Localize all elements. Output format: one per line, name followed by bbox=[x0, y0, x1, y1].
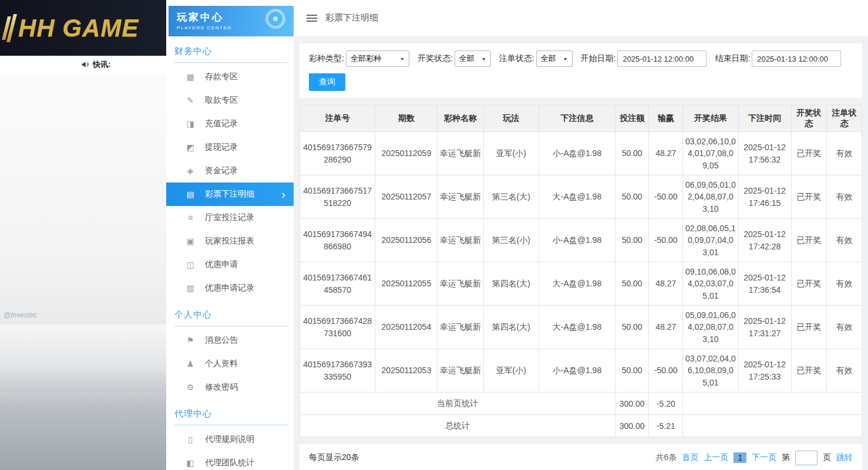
lottery-type-value: 全部彩种 bbox=[351, 53, 381, 64]
jump-button[interactable]: 跳转 bbox=[836, 452, 853, 463]
withdrawal-record-icon: ◩ bbox=[185, 143, 196, 152]
start-date-input[interactable] bbox=[617, 50, 706, 67]
cell-win-loss: 48.27 bbox=[649, 132, 683, 175]
cell-draw-status: 已开奖 bbox=[791, 175, 826, 219]
bet-row: 40156917366746145857020250112055幸运飞艇新第四名… bbox=[300, 262, 862, 306]
cell-order-no: 401569173667393335950 bbox=[300, 349, 375, 393]
sidebar-item-label: 消息公告 bbox=[205, 335, 238, 346]
cell-draw-status: 已开奖 bbox=[791, 132, 826, 175]
cell-period: 20250112055 bbox=[375, 262, 438, 306]
bet-row: 40156917366757928629020250112059幸运飞艇新亚军(… bbox=[300, 132, 862, 175]
stats-empty-cell bbox=[683, 393, 862, 415]
cell-bet-time: 2025-01-12 17:31:27 bbox=[738, 306, 791, 349]
lottery-type-select[interactable]: 全部彩种 ▼ bbox=[346, 50, 409, 67]
sidebar-item-agent-rules[interactable]: ▯代理规则说明 bbox=[166, 428, 294, 451]
sidebar-item-label: 充值记录 bbox=[205, 119, 238, 129]
cell-bet-time: 2025-01-12 17:25:33 bbox=[738, 349, 791, 393]
password-gear-icon: ⚙ bbox=[185, 383, 196, 392]
hall-bet-record-icon: ≡ bbox=[185, 213, 196, 222]
sidebar-item-promo-apply[interactable]: ◫优惠申请 bbox=[166, 253, 294, 276]
sidebar-item-player-bet-report[interactable]: ▣玩家投注报表 bbox=[166, 229, 294, 253]
col-header-bet-info: 下注信息 bbox=[539, 106, 615, 132]
sidebar-item-hall-bet-records[interactable]: ≡厅室投注记录 bbox=[166, 206, 294, 229]
cell-bet-info: 大-A盘@1.98 bbox=[539, 175, 615, 219]
current-page[interactable]: 1 bbox=[734, 452, 746, 463]
cell-order-status: 有效 bbox=[826, 262, 862, 306]
prev-page-link[interactable]: 上一页 bbox=[704, 452, 728, 463]
cell-draw-result: 02,08,06,05,10,09,07,04,03,01 bbox=[683, 219, 738, 262]
cell-lottery-name: 幸运飞艇新 bbox=[438, 306, 483, 349]
cell-lottery-name: 幸运飞艇新 bbox=[438, 175, 483, 219]
end-date-label: 结束日期: bbox=[715, 53, 750, 64]
total-stats-win-loss: -5.21 bbox=[649, 415, 683, 437]
hamburger-bar bbox=[307, 18, 317, 19]
agent-team-stats-icon: ◧ bbox=[185, 458, 196, 468]
cell-order-status: 有效 bbox=[826, 132, 862, 175]
next-page-link[interactable]: 下一页 bbox=[752, 452, 776, 463]
draw-status-select[interactable]: 全部 ▼ bbox=[455, 50, 491, 67]
sidebar-item-change-password[interactable]: ⚙修改密码 bbox=[166, 376, 294, 399]
sidebar-item-label: 资金记录 bbox=[205, 165, 238, 176]
draw-status-label: 开奖状态: bbox=[418, 53, 453, 64]
sidebar-item-label: 代理规则说明 bbox=[205, 434, 254, 445]
sidebar-item-lottery-bet-details[interactable]: ▤彩票下注明细› bbox=[166, 182, 294, 206]
page-stats-win-loss: -5.20 bbox=[649, 393, 683, 415]
bets-table: 注单号期数彩种名称玩法下注信息投注额输赢开奖结果下注时间开奖状态注单状态 401… bbox=[300, 105, 862, 437]
watermark-text: @Investec bbox=[4, 311, 37, 319]
sidebar-item-promo-apply-records[interactable]: ▥优惠申请记录 bbox=[166, 276, 294, 300]
deposit-icon: ▦ bbox=[185, 72, 196, 82]
filter-row: 彩种类型: 全部彩种 ▼ 开奖状态: 全部 ▼ 注单状态: 全部 ▼ 开始日期:… bbox=[309, 50, 853, 67]
ticker-label: 快讯: bbox=[93, 59, 110, 70]
bets-table-panel: 注单号期数彩种名称玩法下注信息投注额输赢开奖结果下注时间开奖状态注单状态 401… bbox=[300, 105, 862, 437]
agent-rules-icon: ▯ bbox=[185, 435, 196, 444]
cell-play: 第四名(大) bbox=[483, 262, 539, 306]
cell-bet-info: 大-A盘@1.98 bbox=[539, 306, 615, 349]
menu-section-title: 个人中心 bbox=[174, 309, 288, 326]
col-header-lottery-name: 彩种名称 bbox=[438, 106, 483, 132]
sidebar-item-withdrawal-records[interactable]: ◩提现记录 bbox=[166, 136, 294, 159]
sidebar-item-label: 彩票下注明细 bbox=[205, 189, 254, 200]
filter-panel: 彩种类型: 全部彩种 ▼ 开奖状态: 全部 ▼ 注单状态: 全部 ▼ 开始日期:… bbox=[300, 43, 862, 98]
sidebar-menu: 财务中心▦存款专区✎取款专区◨充值记录◩提现记录◈资金记录▤彩票下注明细›≡厅室… bbox=[166, 46, 294, 470]
sidebar-item-label: 个人资料 bbox=[205, 359, 238, 369]
order-status-select[interactable]: 全部 ▼ bbox=[536, 50, 573, 67]
sidebar-item-funds-records[interactable]: ◈资金记录 bbox=[166, 159, 294, 182]
sidebar-item-deposit[interactable]: ▦存款专区 bbox=[166, 65, 294, 89]
page-stats-row: 当前页统计 300.00 -5.20 bbox=[300, 393, 862, 415]
cell-bet-time: 2025-01-12 17:56:32 bbox=[738, 132, 791, 175]
cell-draw-result: 03,02,06,10,04,01,07,08,09,05 bbox=[683, 132, 738, 175]
col-header-draw-status: 开奖状态 bbox=[791, 106, 826, 132]
sidebar-item-withdraw[interactable]: ✎取款专区 bbox=[166, 89, 294, 112]
order-status-label: 注单状态: bbox=[499, 53, 534, 64]
cell-play: 亚军(小) bbox=[483, 132, 539, 175]
lottery-bet-detail-icon: ▤ bbox=[185, 190, 196, 199]
cell-play: 亚军(小) bbox=[483, 349, 539, 393]
cell-win-loss: 48.27 bbox=[649, 262, 683, 306]
chevron-down-icon: ▼ bbox=[482, 56, 486, 61]
col-header-period: 期数 bbox=[375, 106, 438, 132]
chevron-down-icon: ▼ bbox=[563, 56, 568, 61]
cell-play: 第四名(大) bbox=[483, 306, 539, 349]
cell-period: 20250112059 bbox=[375, 132, 438, 175]
sidebar-item-agent-team-stats[interactable]: ◧代理团队统计 bbox=[166, 451, 294, 470]
bet-row: 40156917366742873160020250112054幸运飞艇新第四名… bbox=[300, 306, 862, 349]
sidebar-item-messages[interactable]: ⚑消息公告 bbox=[166, 329, 294, 352]
bet-row: 40156917366751751822020250112057幸运飞艇新第三名… bbox=[300, 175, 862, 219]
cell-win-loss: -50.00 bbox=[649, 219, 683, 262]
first-page-link[interactable]: 首页 bbox=[682, 452, 698, 463]
end-date-input[interactable] bbox=[752, 50, 841, 67]
cell-period: 20250112057 bbox=[375, 175, 438, 219]
sidebar-item-profile[interactable]: ♟个人资料 bbox=[166, 352, 294, 376]
page-stats-label: 当前页统计 bbox=[300, 393, 615, 415]
menu-section-title: 代理中心 bbox=[174, 408, 288, 425]
background-image: @Investec bbox=[0, 73, 166, 470]
page-jump-input[interactable] bbox=[795, 451, 817, 465]
menu-toggle-icon[interactable] bbox=[307, 15, 317, 22]
order-status-value: 全部 bbox=[541, 53, 556, 64]
search-button[interactable]: 查询 bbox=[309, 73, 345, 91]
logo-block: HH GAME bbox=[0, 0, 166, 56]
menu-section-title: 财务中心 bbox=[174, 46, 288, 63]
brand-logo[interactable]: HH GAME bbox=[5, 14, 139, 42]
bet-row: 40156917366739333595020250112053幸运飞艇新亚军(… bbox=[300, 349, 862, 393]
sidebar-item-recharge-records[interactable]: ◨充值记录 bbox=[166, 112, 294, 136]
